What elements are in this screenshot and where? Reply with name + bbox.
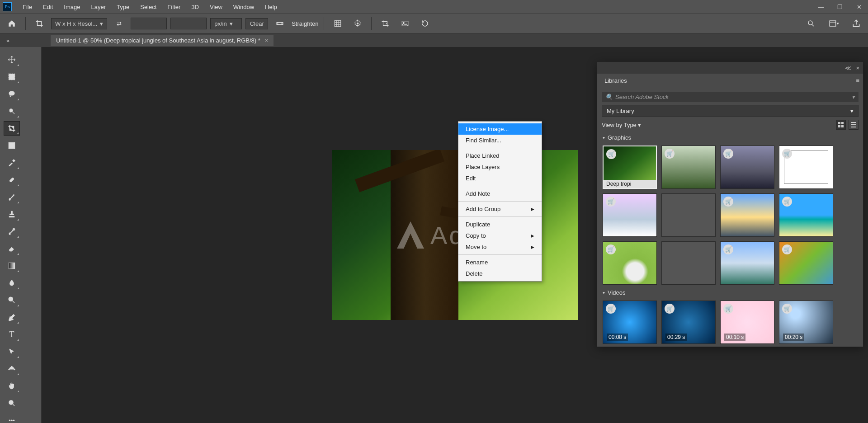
menu-select[interactable]: Select <box>135 2 162 12</box>
crop-width-input[interactable] <box>131 18 167 29</box>
ctx-move-to[interactable]: Move to▶ <box>458 241 542 253</box>
zoom-tool[interactable] <box>4 396 20 410</box>
menu-filter[interactable]: Filter <box>162 2 186 12</box>
cart-icon[interactable]: 🛒 <box>723 304 733 314</box>
swap-dimensions-button[interactable]: ⇄ <box>111 16 127 31</box>
libraries-search[interactable]: 🔍 Search Adobe Stock ▾ <box>602 92 859 102</box>
ctx-add-note[interactable]: Add Note <box>458 188 542 199</box>
cart-icon[interactable]: 🛒 <box>665 304 675 314</box>
thumb-video[interactable]: 🛒00:10 s <box>720 301 774 344</box>
gradient-tool[interactable] <box>4 258 20 273</box>
marquee-tool[interactable] <box>4 70 20 84</box>
clear-button[interactable]: Clear <box>245 18 268 29</box>
thumb-graphic[interactable]: 🛒Deep tropi <box>603 146 657 189</box>
stamp-tool[interactable] <box>4 207 20 221</box>
thumb-video[interactable]: 🛒00:29 s <box>661 301 716 344</box>
panel-header[interactable]: ≪× <box>597 62 863 74</box>
frame-tool[interactable] <box>4 138 20 153</box>
cart-icon[interactable]: 🛒 <box>723 244 733 254</box>
path-select-tool[interactable] <box>4 344 20 359</box>
crop-ratio-dropdown[interactable]: W x H x Resol...▾ <box>51 18 107 29</box>
ctx-edit[interactable]: Edit <box>458 173 542 184</box>
graphics-section-header[interactable]: Graphics <box>597 132 863 143</box>
crop-unit-dropdown[interactable]: px/in▾ <box>210 18 242 29</box>
quick-select-tool[interactable] <box>4 104 20 118</box>
healing-tool[interactable] <box>4 173 20 187</box>
thumb-graphic[interactable]: 🛒 <box>603 241 657 285</box>
menu-edit[interactable]: Edit <box>38 2 58 12</box>
ctx-place-layers[interactable]: Place Layers <box>458 161 542 173</box>
thumb-video[interactable]: 🛒00:20 s <box>779 301 833 344</box>
reset-crop-button[interactable] <box>417 16 433 31</box>
tab-libraries[interactable]: Libraries <box>597 74 634 89</box>
thumb-graphic[interactable]: 🛒 <box>720 241 774 285</box>
thumb-graphic[interactable]: 🛒 <box>779 241 833 285</box>
pen-tool[interactable] <box>4 310 20 324</box>
menu-3d[interactable]: 3D <box>186 2 204 12</box>
brush-tool[interactable] <box>4 190 20 204</box>
crop-height-input[interactable] <box>170 18 207 29</box>
cart-icon[interactable]: 🛒 <box>606 304 616 314</box>
document-tab[interactable]: Untitled-1 @ 50% (Deep tropical jungles … <box>51 35 274 46</box>
list-view-button[interactable] <box>849 120 859 130</box>
thumb-video[interactable]: 🛒00:08 s <box>603 301 657 344</box>
thumb-graphic[interactable]: 🛒 <box>779 146 833 189</box>
ctx-duplicate[interactable]: Duplicate <box>458 219 542 230</box>
library-select[interactable]: My Library ▾ <box>602 105 859 117</box>
close-button[interactable]: ✕ <box>853 2 865 11</box>
history-brush-tool[interactable] <box>4 224 20 239</box>
grid-view-button[interactable] <box>836 120 846 130</box>
thumb-graphic[interactable]: 🛒 <box>720 193 774 237</box>
thumb-graphic[interactable]: 🛒 <box>603 193 657 237</box>
shape-tool[interactable] <box>4 362 20 376</box>
type-tool[interactable]: T <box>4 327 20 342</box>
straighten-icon[interactable] <box>272 16 288 31</box>
search-button[interactable] <box>803 16 819 31</box>
cart-icon[interactable]: 🛒 <box>782 304 792 314</box>
ctx-add-to-group[interactable]: Add to Group▶ <box>458 203 542 215</box>
grid-overlay-button[interactable] <box>330 16 346 31</box>
menu-help[interactable]: Help <box>259 2 283 12</box>
cart-icon[interactable]: 🛒 <box>782 244 792 254</box>
workspace-button[interactable]: ▾ <box>826 16 842 31</box>
cart-icon[interactable]: 🛒 <box>665 149 675 159</box>
cart-icon[interactable]: 🛒 <box>606 244 616 254</box>
ctx-place-linked[interactable]: Place Linked <box>458 150 542 161</box>
thumb-graphic[interactable]: 🛒 <box>779 193 833 237</box>
thumb-graphic[interactable]: 🛒 <box>661 146 716 189</box>
crop-tool-icon[interactable] <box>31 16 47 31</box>
maximize-button[interactable]: ❐ <box>834 2 846 11</box>
eyedropper-tool[interactable] <box>4 155 20 170</box>
panel-menu-icon[interactable]: ≡ <box>852 74 863 89</box>
menu-image[interactable]: Image <box>58 2 85 12</box>
menu-view[interactable]: View <box>204 2 228 12</box>
menu-window[interactable]: Window <box>228 2 259 12</box>
dodge-tool[interactable] <box>4 293 20 307</box>
ctx-find-similar[interactable]: Find Similar... <box>458 135 542 146</box>
content-aware-button[interactable] <box>397 16 413 31</box>
lasso-tool[interactable] <box>4 87 20 101</box>
menu-layer[interactable]: Layer <box>86 2 112 12</box>
cart-icon[interactable]: 🛒 <box>606 197 616 207</box>
cart-icon[interactable]: 🛒 <box>723 197 733 207</box>
ctx-license-image[interactable]: License Image... <box>458 123 542 135</box>
ctx-rename[interactable]: Rename <box>458 257 542 268</box>
cart-icon[interactable]: 🛒 <box>782 197 792 207</box>
tab-overflow-icon[interactable]: « <box>6 37 15 44</box>
minimize-button[interactable]: — <box>815 2 827 11</box>
delete-cropped-button[interactable] <box>377 16 393 31</box>
share-button[interactable] <box>848 16 864 31</box>
ctx-copy-to[interactable]: Copy to▶ <box>458 230 542 241</box>
view-by-label[interactable]: View by Type ▾ <box>602 122 641 128</box>
hand-tool[interactable] <box>4 379 20 393</box>
blur-tool[interactable] <box>4 276 20 290</box>
cart-icon[interactable]: 🛒 <box>782 149 792 159</box>
menu-file[interactable]: File <box>17 2 38 12</box>
chevron-down-icon[interactable]: ▾ <box>852 94 855 100</box>
videos-section-header[interactable]: Videos <box>597 287 863 298</box>
crop-tool[interactable] <box>4 121 20 136</box>
cart-icon[interactable]: 🛒 <box>723 149 733 159</box>
crop-settings-button[interactable] <box>349 16 366 31</box>
panel-close-icon[interactable]: × <box>856 65 859 71</box>
thumb-graphic[interactable]: 🛒 <box>720 146 774 189</box>
